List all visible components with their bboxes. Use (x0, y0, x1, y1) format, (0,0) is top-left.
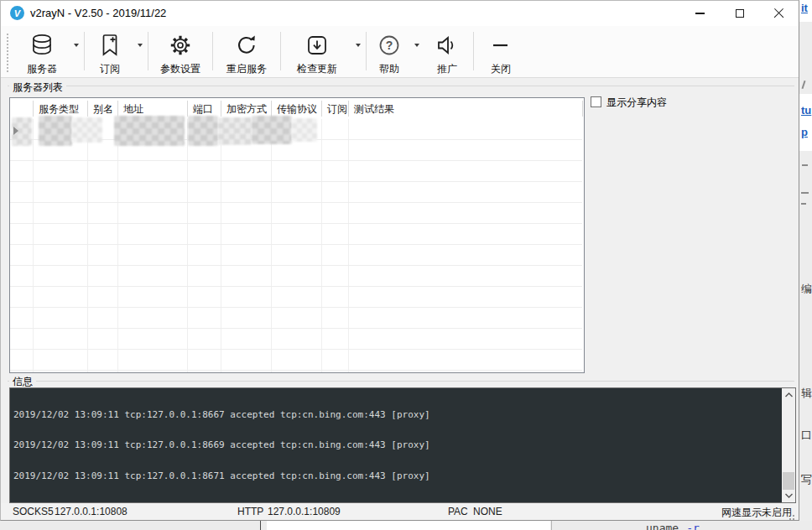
background-fragment (551, 521, 552, 530)
log-scrollbar[interactable] (782, 388, 795, 502)
socks-label: SOCKS5 (13, 506, 54, 517)
background-code-text: uname-r (646, 522, 700, 530)
redacted-cell (218, 117, 252, 145)
chevron-down-icon (74, 44, 79, 47)
help-dropdown[interactable] (410, 26, 423, 77)
servers-button-label: 服务器 (27, 62, 57, 76)
check-update-download-icon (303, 31, 331, 60)
scroll-down-button[interactable] (782, 489, 795, 502)
scroll-up-button[interactable] (782, 388, 795, 402)
promote-button-label: 推广 (437, 62, 457, 76)
check-update-button[interactable]: 检查更新 (283, 26, 351, 77)
background-band (267, 521, 550, 530)
settings-button-label: 参数设置 (160, 62, 200, 76)
background-link[interactable]: tu (801, 104, 811, 117)
redacted-cell (72, 117, 102, 143)
server-list-group-title: 服务器列表 (9, 81, 66, 95)
column-header-test-result[interactable]: 测试结果 (354, 102, 394, 117)
restart-service-button[interactable]: 重启服务 (215, 26, 278, 77)
groupbox-line (8, 86, 794, 86)
code-flag: -r (686, 522, 700, 530)
window-controls (680, 1, 799, 26)
share-content-checkbox[interactable] (591, 96, 601, 107)
background-fragment (260, 521, 261, 530)
http-value: 127.0.0.1:10809 (268, 506, 341, 517)
background-band (799, 94, 812, 151)
promote-speaker-icon (433, 31, 461, 60)
redacted-cell (188, 116, 218, 146)
help-question-icon: ? (375, 31, 403, 60)
help-button[interactable]: ? 帮助 (368, 26, 410, 77)
toolbar-grip[interactable] (6, 33, 9, 73)
subscription-button-label: 订阅 (100, 62, 120, 76)
socks-value: 127.0.0.1:10808 (55, 506, 128, 517)
column-header-service-type[interactable]: 服务类型 (39, 102, 79, 117)
status-bar: SOCKS5 127.0.0.1:10808 HTTP 127.0.0.1:10… (1, 503, 799, 520)
column-header-address[interactable]: 地址 (123, 102, 143, 117)
settings-gear-icon (166, 31, 195, 60)
check-update-dropdown[interactable] (351, 26, 364, 77)
table-header-row: 服务类型 别名 地址 端口 加密方式 传输协议 订阅 测试结果 (10, 98, 584, 119)
toolbar-separator (148, 32, 148, 70)
app-logo-icon: V (10, 6, 24, 20)
code-command: uname (646, 522, 679, 530)
minimize-icon (695, 13, 705, 14)
servers-dropdown[interactable] (70, 26, 82, 77)
column-header-alias[interactable]: 别名 (93, 102, 113, 117)
background-fragment: 口 (801, 428, 812, 443)
log-line: 2019/12/02 13:09:11 tcp:127.0.0.1:8667 a… (13, 410, 430, 420)
chevron-up-icon (785, 392, 793, 398)
background-right-strip: it tu p 编 辑 口 写 (799, 0, 812, 521)
background-fragment (802, 164, 808, 166)
close-button[interactable] (759, 1, 799, 26)
current-row-arrow-icon (13, 127, 18, 135)
server-list-table[interactable]: 服务类型 别名 地址 端口 加密方式 传输协议 订阅 测试结果 (9, 97, 585, 373)
maximize-button[interactable] (720, 1, 759, 26)
background-fragment: 辑 (801, 386, 812, 401)
server-database-icon (28, 31, 56, 60)
pac-value: NONE (473, 506, 502, 517)
log-output-box[interactable]: 2019/12/02 13:09:11 tcp:127.0.0.1:8667 a… (9, 387, 796, 503)
groupbox-line (8, 381, 794, 382)
close-icon (773, 8, 784, 19)
toolbar-separator (366, 32, 367, 70)
minimize-button[interactable] (680, 1, 720, 26)
background-fragment: 编 (801, 282, 812, 297)
toolbar: 服务器 订阅 参数设置 (1, 26, 799, 78)
promote-button[interactable]: 推广 (423, 26, 471, 77)
background-link[interactable]: p (801, 126, 808, 138)
subscription-button[interactable]: 订阅 (86, 26, 133, 77)
subscription-bookmark-add-icon (96, 31, 124, 60)
share-content-checkbox-label: 显示分享内容 (606, 96, 667, 110)
settings-button[interactable]: 参数设置 (150, 26, 211, 77)
scrollbar-thumb[interactable] (783, 472, 794, 490)
column-header-encryption[interactable]: 加密方式 (226, 102, 267, 117)
resize-grip[interactable] (793, 515, 794, 517)
toolbar-separator (280, 32, 281, 70)
chevron-down-icon (356, 44, 361, 47)
v2rayn-window: V v2rayN - V2.50 - 2019/11/22 服务器 订阅 (0, 0, 799, 521)
svg-text:?: ? (386, 39, 393, 52)
column-header-protocol[interactable]: 传输协议 (277, 102, 317, 117)
column-header-subscription[interactable]: 订阅 (327, 102, 347, 117)
close-dash-icon (487, 31, 515, 60)
subscription-dropdown[interactable] (133, 26, 146, 77)
column-header-port[interactable]: 端口 (193, 102, 213, 117)
redacted-cell (292, 118, 317, 142)
background-link[interactable]: it (801, 2, 808, 14)
servers-button[interactable]: 服务器 (14, 26, 70, 77)
window-title: v2rayN - V2.50 - 2019/11/22 (30, 7, 166, 19)
log-line: 2019/12/02 13:09:11 tcp:127.0.0.1:8669 a… (13, 440, 430, 450)
pac-label: PAC (448, 506, 468, 517)
chevron-down-icon (785, 493, 793, 498)
title-bar[interactable]: V v2rayN - V2.50 - 2019/11/22 (1, 1, 799, 26)
toolbar-separator (84, 32, 85, 70)
check-update-button-label: 检查更新 (297, 62, 337, 76)
restart-service-icon (232, 31, 261, 60)
background-fragment (802, 81, 806, 89)
redacted-cell (39, 116, 72, 146)
background-bottom-strip: uname-r (0, 521, 812, 530)
close-app-button[interactable]: 关闭 (476, 26, 526, 77)
chevron-down-icon (138, 44, 143, 47)
background-fragment (801, 203, 806, 205)
